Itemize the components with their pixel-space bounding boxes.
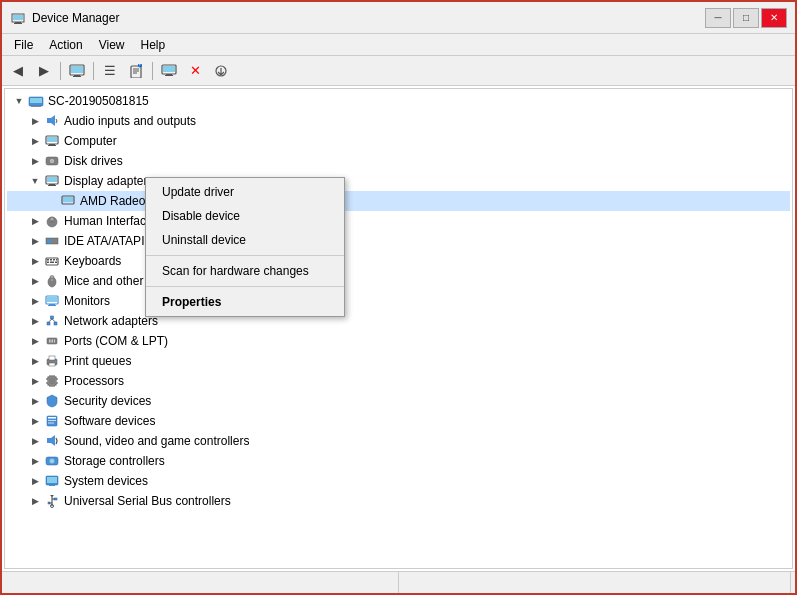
svg-rect-84 (48, 423, 54, 424)
svg-rect-62 (49, 340, 51, 343)
svg-rect-58 (54, 322, 57, 325)
sound-expand-icon[interactable]: ▶ (27, 433, 43, 449)
tree-item-network[interactable]: ▶ Network adapters (7, 311, 790, 331)
root-expand-icon[interactable]: ▼ (11, 93, 27, 109)
tree-item-system[interactable]: ▶ System devices (7, 471, 790, 491)
monitor-button[interactable] (157, 60, 181, 82)
tree-item-mice[interactable]: ▶ Mice and other poi... (7, 271, 790, 291)
close-button[interactable]: ✕ (761, 8, 787, 28)
window-title: Device Manager (32, 11, 705, 25)
update-button[interactable] (209, 60, 233, 82)
mice-expand-icon[interactable]: ▶ (27, 273, 43, 289)
monitors-expand-icon[interactable]: ▶ (27, 293, 43, 309)
ide-expand-icon[interactable]: ▶ (27, 233, 43, 249)
tree-item-usb[interactable]: ▶ Universal Serial Bus controllers (7, 491, 790, 511)
print-expand-icon[interactable]: ▶ (27, 353, 43, 369)
tree-item-disk[interactable]: ▶ Disk drives (7, 151, 790, 171)
menu-file[interactable]: File (6, 36, 41, 54)
svg-rect-83 (48, 420, 56, 421)
tree-item-hid[interactable]: ▶ Human Interface D... (7, 211, 790, 231)
svg-rect-31 (47, 177, 57, 182)
tree-item-audio[interactable]: ▶ Audio inputs and outputs (7, 111, 790, 131)
menu-action[interactable]: Action (41, 36, 90, 54)
tree-item-ide[interactable]: ▶ IDE ATA/ATAPI co... (7, 231, 790, 251)
security-icon (44, 393, 60, 409)
forward-button[interactable]: ▶ (32, 60, 56, 82)
ide-icon (44, 233, 60, 249)
tree-item-print[interactable]: ▶ Print queues (7, 351, 790, 371)
tree-item-display[interactable]: ▼ Display adapters (7, 171, 790, 191)
storage-expand-icon[interactable]: ▶ (27, 453, 43, 469)
root-icon (28, 93, 44, 109)
keyboard-expand-icon[interactable]: ▶ (27, 253, 43, 269)
device-manager-window: Device Manager ─ □ ✕ File Action View He… (0, 0, 797, 595)
svg-line-60 (52, 319, 56, 322)
computer-expand-icon[interactable]: ▶ (27, 133, 43, 149)
display-expand-icon[interactable]: ▼ (27, 173, 43, 189)
tree-item-software[interactable]: ▶ Software devices (7, 411, 790, 431)
properties-button[interactable]: ? (124, 60, 148, 82)
maximize-button[interactable]: □ (733, 8, 759, 28)
svg-rect-43 (50, 259, 52, 261)
svg-rect-66 (49, 356, 55, 360)
uninstall-button[interactable]: ✕ (183, 60, 207, 82)
menu-help[interactable]: Help (133, 36, 174, 54)
processors-label: Processors (64, 374, 124, 388)
ctx-uninstall-device[interactable]: Uninstall device (146, 228, 344, 252)
tree-item-storage[interactable]: ▶ Storage controllers (7, 451, 790, 471)
toolbar: ◀ ▶ ☰ ? (2, 56, 795, 86)
tree-item-sound[interactable]: ▶ Sound, video and game controllers (7, 431, 790, 451)
network-expand-icon[interactable]: ▶ (27, 313, 43, 329)
tree-root[interactable]: ▼ SC-201905081815 (7, 91, 790, 111)
disk-expand-icon[interactable]: ▶ (27, 153, 43, 169)
minimize-button[interactable]: ─ (705, 8, 731, 28)
processors-expand-icon[interactable]: ▶ (27, 373, 43, 389)
hid-expand-icon[interactable]: ▶ (27, 213, 43, 229)
svg-rect-63 (52, 340, 54, 343)
usb-expand-icon[interactable]: ▶ (27, 493, 43, 509)
tree-item-computer[interactable]: ▶ Computer (7, 131, 790, 151)
tree-item-security[interactable]: ▶ Security devices (7, 391, 790, 411)
svg-rect-44 (53, 259, 55, 261)
svg-rect-5 (71, 66, 83, 73)
svg-rect-16 (166, 74, 172, 75)
svg-rect-17 (165, 75, 173, 76)
menu-view[interactable]: View (91, 36, 133, 54)
system-expand-icon[interactable]: ▶ (27, 473, 43, 489)
amd-expand-icon (43, 193, 59, 209)
tree-item-amd[interactable]: AMD Radeon(TM) RX Vega 11 Graphics (7, 191, 790, 211)
ctx-scan-hardware[interactable]: Scan for hardware changes (146, 259, 344, 283)
svg-rect-2 (15, 22, 21, 23)
svg-rect-56 (47, 322, 50, 325)
ctx-disable-device[interactable]: Disable device (146, 204, 344, 228)
svg-rect-3 (14, 23, 22, 24)
tree-item-keyboard[interactable]: ▶ Keyboards (7, 251, 790, 271)
svg-rect-46 (47, 262, 49, 264)
ctx-update-driver[interactable]: Update driver (146, 180, 344, 204)
security-expand-icon[interactable]: ▶ (27, 393, 43, 409)
tree-item-processors[interactable]: ▶ (7, 371, 790, 391)
svg-rect-70 (49, 378, 55, 384)
svg-text:?: ? (139, 64, 141, 68)
tree-item-monitors[interactable]: ▶ Monitors (7, 291, 790, 311)
list-button[interactable]: ☰ (98, 60, 122, 82)
network-icon (44, 313, 60, 329)
svg-rect-48 (55, 262, 57, 264)
amd-icon (60, 193, 76, 209)
device-manager-button[interactable] (65, 60, 89, 82)
mice-icon (44, 273, 60, 289)
device-tree[interactable]: ▼ SC-201905081815 ▶ (4, 88, 793, 569)
audio-expand-icon[interactable]: ▶ (27, 113, 43, 129)
keyboard-icon (44, 253, 60, 269)
ports-expand-icon[interactable]: ▶ (27, 333, 43, 349)
ctx-properties[interactable]: Properties (146, 290, 344, 314)
back-button[interactable]: ◀ (6, 60, 30, 82)
ports-icon (44, 333, 60, 349)
tree-item-ports[interactable]: ▶ Ports (COM & LPT) (7, 331, 790, 351)
software-expand-icon[interactable]: ▶ (27, 413, 43, 429)
svg-rect-1 (13, 15, 23, 20)
svg-rect-40 (47, 239, 51, 243)
svg-rect-91 (49, 485, 55, 486)
processors-icon (44, 373, 60, 389)
usb-label: Universal Serial Bus controllers (64, 494, 231, 508)
